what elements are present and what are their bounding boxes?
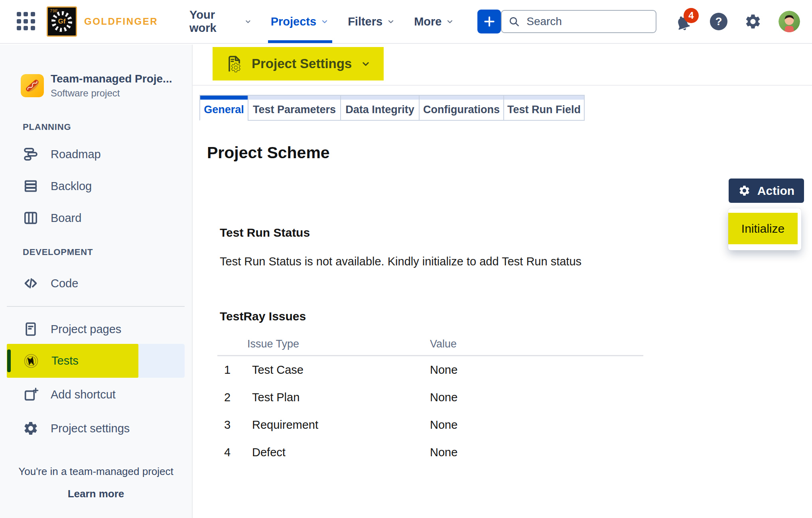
action-button[interactable]: Action xyxy=(729,179,804,203)
project-header[interactable]: Team-managed Proje... Software project xyxy=(21,73,172,99)
row-index: 1 xyxy=(224,363,231,377)
row-issue-type: Defect xyxy=(252,446,286,459)
nav-your-work-label: Your work xyxy=(189,8,240,35)
nav-filters[interactable]: Filters xyxy=(339,0,405,43)
table-row: 1 Test Case None xyxy=(193,363,671,379)
sidebar-item-label: Project settings xyxy=(51,422,130,435)
tab-data-integrity[interactable]: Data Integrity xyxy=(340,95,420,121)
project-title-block: Team-managed Proje... Software project xyxy=(51,73,172,99)
tab-general[interactable]: General xyxy=(199,95,248,121)
sidebar-item-roadmap[interactable]: Roadmap xyxy=(0,138,193,170)
plus-icon xyxy=(483,15,496,28)
tab-label: Test Parameters xyxy=(248,100,340,120)
logo-monogram: Gf xyxy=(55,15,68,28)
action-dropdown-menu: Initialize xyxy=(728,208,801,250)
sidebar-item-project-settings[interactable]: Project settings xyxy=(0,412,193,444)
row-index: 2 xyxy=(224,391,231,404)
row-index: 3 xyxy=(224,418,231,432)
action-button-label: Action xyxy=(757,184,794,198)
search-input[interactable] xyxy=(501,10,656,33)
tab-accent-strip xyxy=(200,96,248,100)
project-sidebar: Team-managed Proje... Software project P… xyxy=(0,45,193,518)
tab-label: Data Integrity xyxy=(341,100,419,120)
tab-test-run-field[interactable]: Test Run Field xyxy=(503,95,585,121)
help-button[interactable]: ? xyxy=(710,13,727,30)
tests-item-content: Tests xyxy=(7,344,185,378)
sidebar-item-project-pages[interactable]: Project pages xyxy=(0,313,193,345)
gear-icon xyxy=(23,420,39,436)
nav-more[interactable]: More xyxy=(405,0,464,43)
app-switcher-icon[interactable] xyxy=(17,12,35,31)
row-issue-type: Requirement xyxy=(252,418,318,432)
project-settings-dropdown-button[interactable]: Project Settings xyxy=(213,47,384,80)
tab-accent-strip xyxy=(504,96,584,100)
row-value: None xyxy=(430,418,457,432)
row-value: None xyxy=(430,363,457,377)
sidebar-item-label: Tests xyxy=(51,354,79,367)
chevron-down-icon xyxy=(320,17,329,26)
brand-logo[interactable]: 79F Gf GOLDFINGER xyxy=(47,6,158,37)
primary-nav: Your work Projects Filters More xyxy=(180,0,464,43)
roadmap-icon xyxy=(23,146,39,162)
column-issue-type: Issue Type xyxy=(247,338,299,350)
project-type: Software project xyxy=(51,88,172,99)
sidebar-item-label: Roadmap xyxy=(51,148,101,161)
tab-label: Configurations xyxy=(420,100,503,120)
settings-button[interactable] xyxy=(744,13,762,30)
sidebar-item-code[interactable]: Code xyxy=(0,267,193,299)
tab-accent-strip xyxy=(420,96,503,100)
sidebar-divider xyxy=(7,306,185,307)
goldfinger-logo-icon: 79F Gf xyxy=(47,6,77,37)
nav-more-label: More xyxy=(414,15,441,28)
chevron-down-icon xyxy=(244,17,252,26)
sidebar-item-add-shortcut[interactable]: Add shortcut xyxy=(0,379,193,410)
tab-label: Test Run Field xyxy=(504,100,584,120)
nav-projects[interactable]: Projects xyxy=(262,0,339,43)
sidebar-item-board[interactable]: Board xyxy=(0,202,193,234)
document-gear-icon xyxy=(225,54,244,73)
row-issue-type: Test Plan xyxy=(252,391,300,404)
gear-icon xyxy=(738,184,751,197)
nav-your-work[interactable]: Your work xyxy=(180,0,262,43)
tab-accent-strip xyxy=(248,96,340,100)
create-button[interactable] xyxy=(477,10,501,33)
testray-bolt-icon xyxy=(23,353,39,369)
notifications-button[interactable]: 4 xyxy=(674,10,693,33)
page-icon xyxy=(23,321,39,337)
row-value: None xyxy=(430,446,457,459)
team-managed-note: You're in a team-managed project xyxy=(0,465,192,478)
table-row: 3 Requirement None xyxy=(193,418,671,434)
menu-item-label: Initialize xyxy=(741,222,784,235)
search-icon xyxy=(508,16,520,27)
gear-icon xyxy=(744,13,762,30)
main-content: Project Settings General Test Parameters… xyxy=(193,45,812,518)
row-value: None xyxy=(430,391,457,404)
table-header-divider xyxy=(217,355,643,356)
app-window: 79F Gf GOLDFINGER Your work Projects Fil… xyxy=(0,0,812,518)
nav-filters-label: Filters xyxy=(348,15,382,28)
user-avatar[interactable] xyxy=(778,11,800,32)
header-divider xyxy=(193,85,812,86)
chevron-down-icon xyxy=(445,17,455,26)
section-planning: PLANNING xyxy=(23,122,71,132)
tab-test-parameters[interactable]: Test Parameters xyxy=(248,95,341,121)
learn-more-link[interactable]: Learn more xyxy=(0,488,192,500)
board-icon xyxy=(23,210,39,226)
sidebar-item-tests[interactable]: Tests xyxy=(7,344,185,378)
sidebar-item-label: Backlog xyxy=(51,180,92,193)
brand-name: GOLDFINGER xyxy=(84,16,158,27)
top-navigation-bar: 79F Gf GOLDFINGER Your work Projects Fil… xyxy=(0,0,812,44)
menu-item-initialize[interactable]: Initialize xyxy=(728,213,798,244)
chevron-down-icon xyxy=(386,17,396,26)
tab-configurations[interactable]: Configurations xyxy=(419,95,504,121)
sidebar-item-label: Board xyxy=(51,212,81,225)
project-avatar xyxy=(21,74,44,97)
sidebar-item-label: Project pages xyxy=(51,323,121,336)
sidebar-item-backlog[interactable]: Backlog xyxy=(0,170,193,202)
logo-shutter-icon: Gf xyxy=(51,11,72,32)
project-name: Team-managed Proje... xyxy=(51,73,172,85)
add-shortcut-icon xyxy=(23,387,39,402)
code-icon xyxy=(23,275,39,291)
settings-tabs: General Test Parameters Data Integrity C… xyxy=(199,95,585,121)
tab-accent-strip xyxy=(341,96,419,100)
